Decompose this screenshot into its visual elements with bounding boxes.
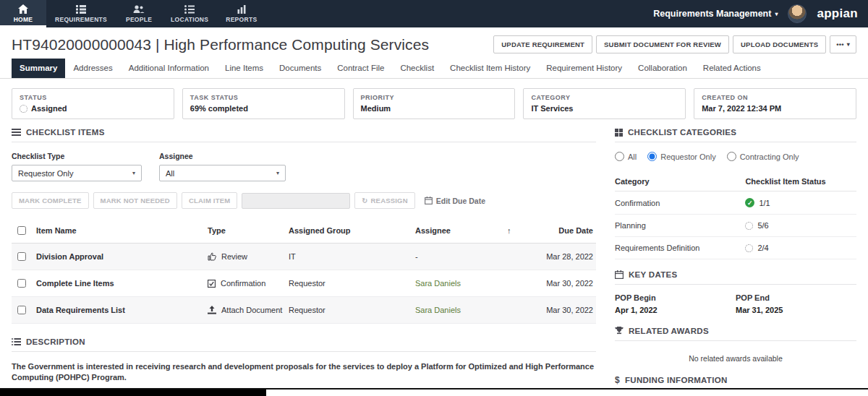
nav-item-label: REPORTS (226, 16, 257, 23)
row-checkbox[interactable] (17, 279, 26, 288)
column-header-assigned-group[interactable]: Assigned Group (286, 218, 412, 244)
column-header-type[interactable]: Type (205, 218, 286, 244)
section-title: RELATED AWARDS (629, 327, 709, 335)
select-all-checkbox[interactable] (17, 226, 26, 235)
item-name-link[interactable]: Complete Line Items (33, 270, 205, 297)
more-actions-button[interactable]: ••• ▾ (830, 35, 856, 53)
user-avatar[interactable] (788, 4, 807, 23)
pop-end-value: Mar 31, 2025 (736, 306, 856, 314)
mark-complete-button[interactable]: MARK COMPLETE (12, 192, 89, 209)
key-dates-header: KEY DATES (615, 270, 856, 285)
nav-item-reports[interactable]: REPORTS (217, 0, 265, 27)
pop-end-label: POP End (736, 293, 856, 302)
radio-input-all[interactable] (615, 152, 624, 161)
priority-card: PRIORITY Medium (353, 88, 516, 119)
upload-documents-button[interactable]: UPLOAD DOCUMENTS (733, 35, 826, 53)
checklist-items-column: CHECKLIST ITEMS Checklist Type Requestor… (12, 128, 596, 391)
type-cell: Confirmation (208, 279, 283, 288)
item-name-link[interactable]: Data Requirements List (33, 297, 205, 324)
in-progress-spinner-icon (745, 222, 753, 230)
upload-icon (208, 306, 216, 314)
radio-requestor-only[interactable]: Requestor Only (647, 152, 715, 161)
section-title: DESCRIPTION (26, 337, 85, 346)
tab-collaboration[interactable]: Collaboration (630, 59, 695, 78)
tab-requirement-history[interactable]: Requirement History (538, 59, 630, 78)
radio-input-requestor-only[interactable] (647, 152, 657, 161)
radio-all[interactable]: All (615, 152, 637, 161)
caret-down-icon: ▾ (775, 11, 778, 17)
type-cell: Review (208, 252, 283, 261)
mark-not-needed-button[interactable]: MARK NOT NEEDED (93, 192, 177, 209)
section-title: CHECKLIST CATEGORIES (628, 128, 736, 137)
sort-ascending-icon[interactable]: ↑ (504, 218, 519, 244)
nav-item-people[interactable]: PEOPLE (116, 0, 162, 27)
tab-contract-file[interactable]: Contract File (329, 59, 392, 78)
complete-check-icon: ✓ (745, 198, 754, 207)
assignee-select[interactable]: All ▾ (159, 165, 286, 181)
assignee-label: Assignee (159, 152, 286, 160)
tab-checklist[interactable]: Checklist (392, 59, 442, 78)
tab-related-actions[interactable]: Related Actions (695, 59, 769, 78)
nav-item-home[interactable]: HOME (0, 0, 46, 27)
tab-checklist-item-history[interactable]: Checklist Item History (442, 59, 538, 78)
table-header-row: Category Checklist Item Status (615, 172, 856, 191)
ellipsis-icon: ••• (836, 40, 844, 48)
reassign-button[interactable]: ↻ REASSIGN (354, 192, 414, 209)
card-label: TASK STATUS (190, 94, 337, 101)
column-header-assignee[interactable]: Assignee (412, 218, 504, 244)
edit-due-date-button[interactable]: Edit Due Date (425, 197, 485, 205)
status-cell: 5/6 (745, 221, 856, 230)
item-name-link[interactable]: Division Approval (33, 244, 205, 270)
tab-documents[interactable]: Documents (271, 59, 329, 78)
thumbs-up-icon (208, 252, 216, 261)
related-awards-header: RELATED AWARDS (615, 327, 856, 341)
tab-addresses[interactable]: Addresses (65, 59, 120, 78)
assignee-link[interactable]: Sara Daniels (415, 279, 461, 288)
app-menu-dropdown[interactable]: Requirements Management ▾ (653, 9, 778, 19)
card-label: PRIORITY (361, 94, 508, 101)
nav-item-locations[interactable]: LOCATIONS (162, 0, 217, 27)
key-dates-grid: POP Begin Apr 1, 2022 POP End Mar 31, 20… (615, 293, 856, 314)
table-row[interactable]: Complete Line Items Confirmation Request… (12, 270, 596, 297)
row-checkbox[interactable] (17, 252, 26, 261)
column-header-item-name[interactable]: Item Name (33, 218, 205, 244)
trophy-icon (615, 327, 624, 335)
reassign-input[interactable] (242, 193, 350, 209)
row-checkbox[interactable] (17, 306, 26, 314)
table-row[interactable]: Division Approval Review IT - Mar 28, 20… (12, 244, 596, 270)
checklist-categories-header: CHECKLIST CATEGORIES (615, 128, 856, 142)
caret-down-icon: ▾ (276, 170, 279, 176)
card-label: CREATED ON (702, 94, 848, 101)
reassign-icon: ↻ (362, 197, 367, 205)
card-value: Medium (361, 104, 508, 113)
assignee-link[interactable]: Sara Daniels (415, 306, 461, 314)
submit-document-for-review-button[interactable]: SUBMIT DOCUMENT FOR REVIEW (596, 35, 729, 53)
radio-input-contracting-only[interactable] (727, 152, 736, 161)
pop-begin-value: Apr 1, 2022 (615, 306, 736, 314)
nav-items: HOME REQUIREMENTS PEOPLE LOCATIONS (0, 0, 265, 27)
title-row: HT94020000000043 | High Performance Comp… (0, 27, 868, 59)
category-card: CATEGORY IT Services (523, 88, 686, 119)
column-header-status: Checklist Item Status (745, 172, 856, 191)
table-row[interactable]: Data Requirements List Attach Document R… (12, 297, 596, 324)
table-row: Planning 5/6 (615, 215, 856, 237)
radio-contracting-only[interactable]: Contracting Only (727, 152, 799, 161)
tab-line-items[interactable]: Line Items (217, 59, 271, 78)
tab-additional-information[interactable]: Additional Information (121, 59, 217, 78)
checklist-type-select[interactable]: Requestor Only ▾ (12, 165, 142, 181)
nav-item-requirements[interactable]: REQUIREMENTS (46, 0, 116, 27)
status-card: STATUS Assigned (12, 88, 174, 119)
pop-begin: POP Begin Apr 1, 2022 (615, 293, 736, 314)
category-cell: Requirements Definition (615, 237, 745, 259)
appian-logo: appian (817, 7, 858, 21)
nav-item-label: PEOPLE (126, 16, 152, 23)
tab-summary[interactable]: Summary (12, 59, 65, 78)
column-header-due-date[interactable]: Due Date (519, 218, 596, 244)
update-requirement-button[interactable]: UPDATE REQUIREMENT (493, 35, 592, 53)
due-date-cell: Mar 30, 2022 (519, 270, 596, 297)
nav-item-label: LOCATIONS (171, 16, 208, 23)
description-header: DESCRIPTION (12, 337, 596, 352)
claim-item-button[interactable]: CLAIM ITEM (182, 192, 237, 209)
card-value: IT Services (531, 104, 678, 113)
requirements-icon (76, 5, 86, 14)
